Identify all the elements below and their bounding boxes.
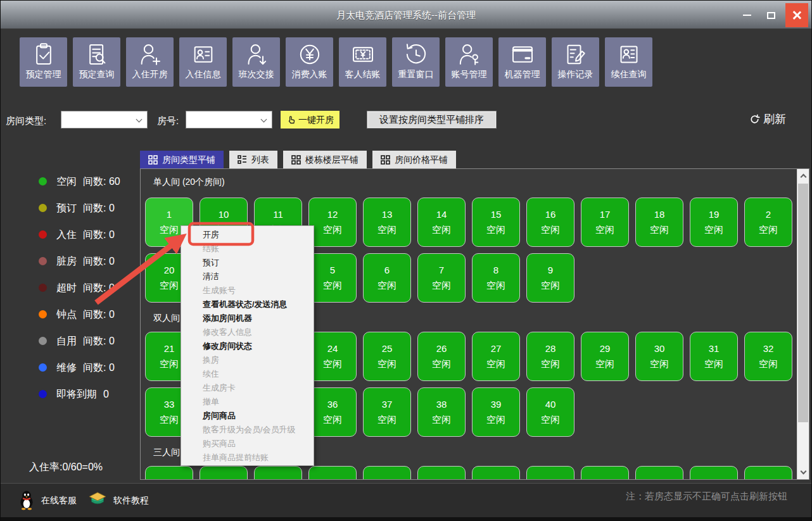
room-card[interactable]: 27空闲 (472, 332, 520, 381)
room-card[interactable] (690, 466, 738, 479)
tab-list[interactable]: 列表 (229, 151, 277, 168)
room-card[interactable] (472, 466, 520, 479)
software-tutorial-link[interactable]: 软件教程 (88, 491, 149, 509)
maximize-button[interactable] (759, 3, 782, 27)
toolbar-button[interactable]: 预定管理 (20, 37, 67, 87)
minimize-button[interactable] (735, 3, 758, 27)
room-status: 空闲 (377, 358, 396, 370)
room-number: 37 (382, 399, 393, 410)
context-menu-item[interactable]: 开房 (181, 228, 314, 242)
room-card[interactable]: 16空闲 (526, 198, 574, 247)
toolbar-button[interactable]: 消费入账 (286, 37, 333, 87)
context-menu-item[interactable]: 房间商品 (181, 409, 314, 423)
context-menu-item[interactable]: 预订 (181, 256, 314, 270)
one-key-open-room-button[interactable]: 一键开房 (281, 111, 339, 129)
room-card[interactable]: 2空闲 (744, 198, 792, 247)
toolbar-button[interactable]: 入住信息 (179, 37, 227, 87)
status-dot-icon (39, 177, 47, 185)
room-card[interactable] (308, 466, 357, 479)
room-no-select[interactable] (186, 111, 272, 129)
room-card[interactable] (363, 466, 411, 479)
room-number: 33 (164, 399, 175, 410)
room-card[interactable]: 7空闲 (417, 253, 466, 303)
context-menu-item[interactable]: 修改房间状态 (181, 339, 314, 353)
toolbar-button[interactable]: 入住开房 (126, 37, 174, 87)
room-card[interactable]: 19空闲 (690, 198, 738, 247)
room-status: 空闲 (323, 224, 342, 235)
room-card[interactable]: 14空闲 (417, 198, 466, 247)
room-card[interactable] (526, 466, 574, 479)
room-card[interactable]: 24空闲 (308, 332, 357, 381)
room-card[interactable] (744, 466, 792, 479)
legend-status-count: 间数: 60 (83, 175, 120, 187)
toolbar-button[interactable]: 机器管理 (498, 37, 546, 87)
room-card[interactable]: 30空闲 (635, 332, 683, 381)
room-card[interactable]: 38空闲 (417, 387, 466, 437)
room-card[interactable]: 5空闲 (308, 253, 357, 303)
toolbar-button[interactable]: 预定查询 (73, 37, 120, 87)
room-card[interactable]: 29空闲 (581, 332, 629, 381)
context-menu-item[interactable]: 查看机器状态/发送消息 (181, 298, 314, 311)
legend-row: 空闲间数: 60 (39, 174, 120, 189)
scroll-up-button[interactable] (797, 169, 809, 182)
sort-by-room-type-button[interactable]: 设置按房间类型平铺排序 (367, 111, 497, 129)
room-card[interactable]: 15空闲 (472, 198, 520, 247)
room-card[interactable] (145, 466, 193, 479)
room-card[interactable] (417, 466, 466, 479)
room-card[interactable]: 8空闲 (472, 253, 520, 303)
room-card[interactable]: 25空闲 (363, 332, 411, 381)
close-icon (792, 10, 802, 20)
room-number: 11 (273, 209, 283, 220)
room-card[interactable]: 18空闲 (635, 198, 683, 247)
close-button[interactable] (785, 3, 808, 27)
room-card[interactable] (200, 466, 248, 479)
toolbar-button[interactable]: 账号管理 (445, 37, 493, 87)
toolbar-button[interactable]: 续住查询 (605, 37, 652, 87)
tab-building-floor-grid[interactable]: 楼栋楼层平铺 (283, 151, 367, 168)
refresh-button[interactable]: 刷新 (749, 113, 786, 127)
toolbar-button[interactable]: 客人结账 (339, 37, 386, 87)
toolbar-button[interactable]: 班次交接 (232, 37, 280, 87)
context-menu-item[interactable]: 添加房间机器 (181, 311, 314, 325)
room-card[interactable]: 37空闲 (363, 387, 411, 437)
legend-status-count: 间数: 0 (83, 202, 115, 214)
banknote-yuan-icon (350, 42, 376, 67)
room-card[interactable]: 9空闲 (526, 253, 574, 303)
vertical-scrollbar[interactable] (797, 169, 809, 479)
scrollbar-thumb[interactable] (798, 184, 808, 422)
room-card[interactable]: 36空闲 (308, 387, 357, 437)
legend-status-name: 超时 (56, 282, 77, 294)
room-type-select[interactable] (61, 111, 148, 129)
room-card[interactable] (581, 466, 629, 479)
room-card[interactable]: 40空闲 (526, 387, 574, 437)
context-menu-item[interactable]: 清洁 (181, 270, 314, 284)
room-status: 空闲 (595, 358, 614, 370)
refresh-icon (749, 114, 760, 125)
room-number: 36 (327, 399, 338, 410)
room-status: 空闲 (541, 358, 560, 370)
room-card[interactable]: 12空闲 (308, 198, 357, 247)
room-card[interactable] (254, 466, 302, 479)
room-card[interactable]: 17空闲 (581, 198, 629, 247)
toolbar-button[interactable]: 操作记录 (552, 37, 599, 87)
room-card[interactable]: 13空闲 (363, 198, 411, 247)
room-card[interactable]: 39空闲 (472, 387, 520, 437)
tab-room-price-grid[interactable]: 房间价格平铺 (372, 151, 456, 168)
scroll-down-button[interactable] (797, 466, 809, 479)
room-card[interactable]: 31空闲 (690, 332, 738, 381)
room-card[interactable] (635, 466, 683, 479)
toolbar-button[interactable]: 重置窗口 (392, 37, 440, 87)
room-context-menu: 开房结账预订清洁生成账号查看机器状态/发送消息添加房间机器修改客人信息修改房间状… (181, 225, 314, 466)
room-card[interactable]: 28空闲 (526, 332, 574, 381)
room-number: 24 (327, 343, 338, 355)
online-service-link[interactable]: 在线客服 (18, 490, 77, 510)
room-card[interactable]: 32空闲 (744, 332, 792, 381)
room-card[interactable]: 6空闲 (363, 253, 411, 303)
room-status: 空闲 (432, 414, 451, 425)
room-status: 空闲 (486, 358, 505, 370)
room-status: 空闲 (432, 358, 451, 370)
room-card[interactable]: 26空闲 (417, 332, 466, 381)
room-status: 空闲 (432, 280, 451, 291)
tab-room-type-grid[interactable]: 房间类型平铺 (140, 151, 224, 168)
room-number: 28 (545, 343, 556, 355)
